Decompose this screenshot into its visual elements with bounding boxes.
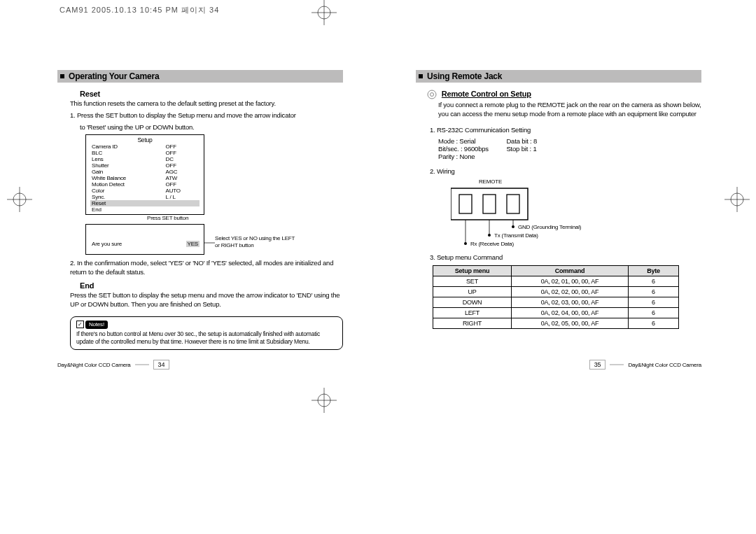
section-bullet-icon <box>60 74 64 78</box>
footer-line-icon <box>610 362 624 367</box>
cmd-th-menu: Setup menu <box>433 266 512 276</box>
confirm-question: Are you sure <box>92 241 122 247</box>
cmd-th-command: Command <box>512 266 629 276</box>
svg-rect-17 <box>459 195 472 213</box>
svg-point-14 <box>428 90 436 99</box>
crop-mark-bottom <box>312 388 337 413</box>
page-number-left: 34 <box>153 360 170 370</box>
footer-left: Day&Night Color CCD Camera 34 <box>57 360 169 370</box>
page-left: Operating Your Camera Reset This functio… <box>29 28 371 385</box>
remote-heading-row: Remote Control on Setup <box>427 90 701 99</box>
svg-point-15 <box>430 93 434 97</box>
arrow-right-icon <box>204 241 215 245</box>
reset-intro: This function resets the camera to the d… <box>70 99 343 108</box>
rs232-databit: Data bit : 8 <box>506 137 537 145</box>
cmd-heading: 3. Setup menu Command <box>430 253 701 262</box>
remote-intro: If you connect a remote plug to the REMO… <box>438 101 701 119</box>
page-right: Using Remote Jack Remote Control on Setu… <box>388 28 729 385</box>
confirm-box: Are you sure YES <box>85 224 204 255</box>
svg-point-24 <box>488 234 491 237</box>
rs232-parity: Parity : None <box>438 153 475 160</box>
header-info: CAM91 2005.10.13 10:45 PM 페이지 34 <box>59 5 219 15</box>
notes-text: If there's no button control at Menu ove… <box>76 330 337 346</box>
setup-menu-box: Setup Camera IDOFF BLCOFF LensDC Shutter… <box>85 134 204 221</box>
svg-text:Rx (Receive Data): Rx (Receive Data) <box>470 241 514 247</box>
wiring-heading: 2. Wiring <box>430 167 701 176</box>
footer-right: 35 Day&Night Color CCD Camera <box>589 360 701 370</box>
wiring-svg: GND (Grounding Terminal) Tx (Transmit Da… <box>451 185 605 248</box>
command-table: Setup menu Command Byte SET0A, 02, 01, 0… <box>433 265 679 329</box>
section-bar-left: Operating Your Camera <box>57 70 343 83</box>
wiring-remote-label: REMOTE <box>479 178 701 185</box>
setup-menu-title: Setup <box>90 136 200 143</box>
section-bullet-icon <box>419 74 423 78</box>
end-text: Press the SET button to display the setu… <box>70 291 343 309</box>
reset-step2: 2. In the confirmation mode, select 'YES… <box>70 259 343 277</box>
notes-box: ✓Notes! If there's no button control at … <box>70 316 343 350</box>
crop-mark-left <box>7 187 32 212</box>
press-set-label: Press SET button <box>147 215 204 221</box>
footer-text-left: Day&Night Color CCD Camera <box>57 362 131 368</box>
remote-heading: Remote Control on Setup <box>442 90 531 98</box>
footer-line-icon <box>135 362 149 367</box>
reset-step1b: to 'Reset' using the UP or DOWN button. <box>80 123 343 132</box>
section-bar-right: Using Remote Jack <box>416 70 701 83</box>
svg-rect-19 <box>507 195 519 213</box>
section-title-right: Using Remote Jack <box>427 71 502 81</box>
notes-label: Notes! <box>85 321 108 329</box>
reset-step1: 1. Press the SET button to display the S… <box>70 111 343 120</box>
svg-point-23 <box>512 225 514 228</box>
page-spread: Operating Your Camera Reset This functio… <box>29 28 729 385</box>
crop-mark-top <box>312 0 337 25</box>
page-number-right: 35 <box>589 360 606 370</box>
svg-rect-16 <box>451 188 528 220</box>
wiring-diagram: REMOTE GND (Grounding Terminal) Tx (Tran… <box>451 178 701 249</box>
rs232-bitsec: Bit/sec. : 9600bps <box>438 145 505 153</box>
confirm-side-note: Select YES or NO using the LEFT or RIGHT… <box>215 235 299 248</box>
cmd-th-byte: Byte <box>629 266 679 276</box>
rs232-heading: 1. RS-232C Communication Setting <box>430 126 701 135</box>
setup-menu-table: Camera IDOFF BLCOFF LensDC ShutterOFF Ga… <box>90 143 200 213</box>
reset-heading: Reset <box>80 90 343 98</box>
svg-point-25 <box>464 242 467 245</box>
svg-text:GND (Grounding Terminal): GND (Grounding Terminal) <box>518 224 582 230</box>
rs232-mode: Mode : Serial <box>438 137 505 145</box>
footer-text-right: Day&Night Color CCD Camera <box>628 362 701 368</box>
rs232-stopbit: Stop bit : 1 <box>506 145 536 153</box>
end-heading: End <box>80 281 343 290</box>
svg-rect-18 <box>483 195 496 213</box>
svg-text:Tx (Transmit Data): Tx (Transmit Data) <box>494 232 538 239</box>
circle-bullet-icon <box>427 90 437 99</box>
notes-check-icon: ✓ <box>76 321 84 328</box>
section-title-left: Operating Your Camera <box>69 71 159 81</box>
confirm-yes: YES <box>186 241 200 247</box>
